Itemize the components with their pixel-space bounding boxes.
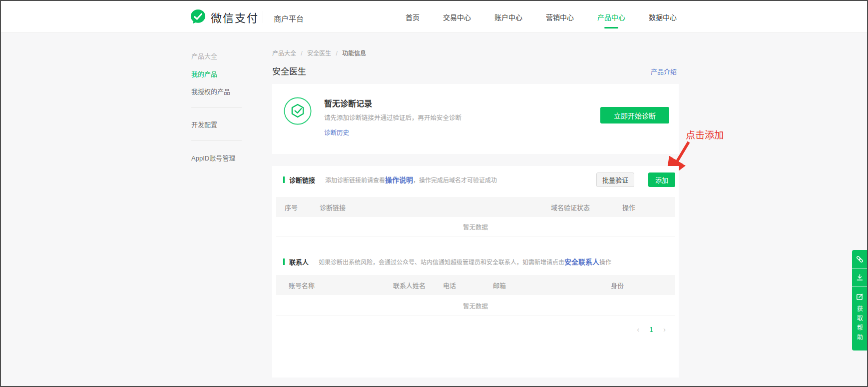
sidebar-divider bbox=[191, 107, 242, 108]
column-account-name: 账号名称 bbox=[276, 280, 393, 290]
operation-guide-link[interactable]: 操作说明 bbox=[385, 176, 413, 184]
breadcrumb-security-doctor[interactable]: 安全医生 bbox=[307, 50, 331, 57]
breadcrumb: 产品大全 / 安全医生 / 功能信息 bbox=[272, 48, 366, 57]
hint-suffix: ，操作完成后域名才可验证成功 bbox=[413, 177, 497, 184]
sidebar-item-all-products[interactable]: 产品大全 bbox=[191, 51, 217, 60]
sidebar-item-my-products[interactable]: 我的产品 bbox=[191, 69, 217, 78]
compose-icon bbox=[856, 292, 864, 301]
column-email: 邮箱 bbox=[493, 280, 611, 290]
sidebar-divider bbox=[191, 140, 242, 140]
contacts-section-header: 联系人 如果诊断出系统风险，会通过公众号、站内信通知超级管理员和安全联系人，如需… bbox=[283, 254, 668, 269]
column-diagnosis-link: 诊断链接 bbox=[320, 202, 551, 212]
nav-item-home[interactable]: 首页 bbox=[406, 1, 420, 33]
breadcrumb-all-products[interactable]: 产品大全 bbox=[272, 50, 296, 57]
add-link-button[interactable]: 添加 bbox=[648, 172, 675, 187]
link-icon bbox=[856, 255, 864, 264]
column-actions: 操作 bbox=[622, 202, 675, 212]
click-add-annotation: 点击添加 bbox=[686, 128, 724, 141]
wechat-pay-logo[interactable]: 微信支付 bbox=[190, 8, 259, 25]
contacts-table-header: 账号名称 联系人姓名 电话 邮箱 身份 bbox=[276, 275, 675, 295]
batch-verify-button[interactable]: 批量验证 bbox=[596, 172, 634, 187]
diagnosis-status-card: 暂无诊断记录 请先添加诊断链接并通过验证后，再开始安全诊断 诊断历史 立即开始诊… bbox=[272, 84, 679, 154]
nav-item-product-center[interactable]: 产品中心 bbox=[597, 1, 625, 33]
breadcrumb-separator: / bbox=[301, 50, 302, 57]
diagnosis-empty-subtitle: 请先添加诊断链接并通过验证后，再开始安全诊断 bbox=[324, 112, 461, 122]
section-accent-bar bbox=[283, 176, 285, 183]
page-title: 安全医生 bbox=[272, 64, 306, 77]
column-identity: 身份 bbox=[611, 280, 675, 290]
hint-prefix: 添加诊断链接前请查看 bbox=[325, 177, 385, 184]
sidebar-item-appid-management[interactable]: AppID账号管理 bbox=[191, 153, 235, 162]
download-icon bbox=[856, 274, 864, 282]
help-rail: 获取帮助 bbox=[852, 250, 867, 350]
get-help-label: 获取帮助 bbox=[856, 306, 864, 344]
pagination-next-button[interactable]: › bbox=[663, 325, 666, 334]
hint-prefix: 如果诊断出系统风险，会通过公众号、站内信通知超级管理员和安全联系人，如需新增请点… bbox=[319, 259, 564, 266]
header-divider bbox=[263, 11, 263, 23]
sidebar-item-authorized-products[interactable]: 我授权的产品 bbox=[191, 86, 230, 96]
diagnosis-links-table-header: 序号 诊断链接 域名验证状态 操作 bbox=[276, 197, 675, 217]
shield-check-icon bbox=[283, 96, 312, 126]
diagnosis-empty-title: 暂无诊断记录 bbox=[324, 97, 372, 109]
nav-item-data-center[interactable]: 数据中心 bbox=[649, 1, 677, 33]
nav-item-marketing-center[interactable]: 营销中心 bbox=[546, 1, 574, 33]
column-domain-verify-status: 域名验证状态 bbox=[551, 202, 622, 212]
pagination: ‹ 1 › bbox=[637, 325, 666, 334]
breadcrumb-feature-info: 功能信息 bbox=[342, 50, 366, 57]
help-feedback-button[interactable]: 获取帮助 bbox=[852, 287, 867, 350]
diagnosis-links-empty-row: 暂无数据 bbox=[276, 217, 675, 237]
portal-label: 商户平台 bbox=[274, 13, 304, 24]
product-intro-link[interactable]: 产品介绍 bbox=[651, 66, 677, 76]
section-accent-bar bbox=[283, 258, 285, 265]
contacts-title: 联系人 bbox=[289, 257, 309, 266]
diagnosis-history-link[interactable]: 诊断历史 bbox=[324, 128, 349, 137]
breadcrumb-separator: / bbox=[336, 50, 337, 57]
column-contact-name: 联系人姓名 bbox=[393, 280, 443, 290]
top-header: 微信支付 商户平台 首页 交易中心 账户中心 营销中心 产品中心 数据中心 bbox=[1, 1, 867, 33]
wechat-logo-icon bbox=[190, 8, 206, 25]
logo-wordmark: 微信支付 bbox=[211, 9, 259, 25]
sidebar-item-dev-config[interactable]: 开发配置 bbox=[191, 120, 217, 129]
contacts-hint: 如果诊断出系统风险，会通过公众号、站内信通知超级管理员和安全联系人，如需新增请点… bbox=[319, 256, 611, 266]
wechat-pay-merchant-page: 微信支付 商户平台 首页 交易中心 账户中心 营销中心 产品中心 数据中心 产品… bbox=[0, 0, 868, 387]
start-diagnosis-button[interactable]: 立即开始诊断 bbox=[600, 107, 669, 124]
contacts-empty-row: 暂无数据 bbox=[276, 296, 675, 316]
pagination-page-1[interactable]: 1 bbox=[649, 326, 653, 334]
nav-item-trade-center[interactable]: 交易中心 bbox=[443, 1, 471, 33]
security-contact-link[interactable]: 安全联系人 bbox=[564, 258, 599, 266]
help-link-button[interactable] bbox=[852, 250, 867, 268]
diagnosis-detail-card: 诊断链接 添加诊断链接前请查看操作说明，操作完成后域名才可验证成功 批量验证 添… bbox=[272, 166, 679, 378]
help-download-button[interactable] bbox=[852, 268, 867, 287]
column-phone: 电话 bbox=[443, 280, 493, 290]
hint-suffix: 操作 bbox=[599, 259, 611, 266]
nav-item-account-center[interactable]: 账户中心 bbox=[494, 1, 522, 33]
column-serial: 序号 bbox=[276, 202, 320, 212]
pagination-prev-button[interactable]: ‹ bbox=[637, 325, 639, 334]
primary-nav: 首页 交易中心 账户中心 营销中心 产品中心 数据中心 bbox=[406, 1, 677, 33]
diagnosis-links-title: 诊断链接 bbox=[289, 175, 315, 184]
diagnosis-links-hint: 添加诊断链接前请查看操作说明，操作完成后域名才可验证成功 bbox=[325, 174, 497, 184]
